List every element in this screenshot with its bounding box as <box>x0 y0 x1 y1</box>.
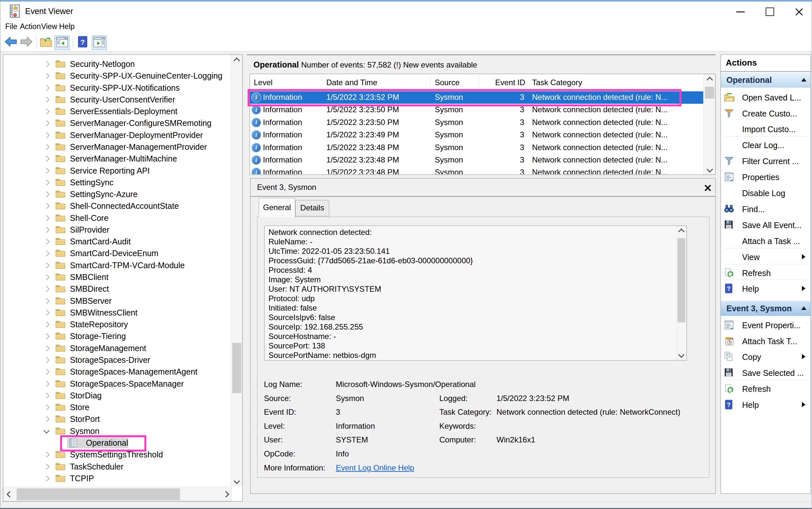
scroll-up-button[interactable] <box>704 74 716 86</box>
show-hide-action-pane-button[interactable] <box>92 36 107 50</box>
menu-file[interactable]: File <box>5 22 17 31</box>
tree-vertical-scrollbar[interactable] <box>230 55 242 486</box>
tree-item-smbdirect[interactable]: SMBDirect <box>3 283 230 295</box>
minimize-button[interactable] <box>727 3 753 21</box>
back-button[interactable] <box>4 36 18 49</box>
scrollbar-thumb[interactable] <box>17 488 180 500</box>
action-save-selected[interactable]: Save Selected ... <box>721 365 810 381</box>
column-header-task-category[interactable]: Task Category <box>532 74 582 91</box>
tree-item-silprovider[interactable]: SilProvider <box>3 224 230 236</box>
description-vertical-scrollbar[interactable] <box>676 226 687 360</box>
tree-item-shell-core[interactable]: Shell-Core <box>3 212 230 224</box>
tree-item-storagespaces-spacemanager[interactable]: StorageSpaces-SpaceManager <box>3 378 230 390</box>
event-row[interactable]: iInformation1/5/2022 3:23:48 PMSysmon3Ne… <box>250 166 703 174</box>
tree-item-storagespaces-driver[interactable]: StorageSpaces-Driver <box>3 354 230 366</box>
tree-item-servermanager-multimachine[interactable]: ServerManager-MultiMachine <box>3 153 230 165</box>
chevron-right-icon[interactable] <box>43 262 49 268</box>
maximize-button[interactable] <box>757 3 783 21</box>
column-separator[interactable] <box>430 76 431 89</box>
event-row[interactable]: iInformation1/5/2022 3:23:50 PMSysmon3Ne… <box>250 116 703 129</box>
action-copy[interactable]: Copy <box>721 349 810 365</box>
scrollbar-thumb[interactable] <box>705 87 714 99</box>
chevron-right-icon[interactable] <box>43 310 49 315</box>
scroll-left-button[interactable] <box>4 487 16 502</box>
chevron-right-icon[interactable] <box>43 286 49 292</box>
tree-item-tcpip[interactable]: TCPIP <box>3 473 230 484</box>
tree-horizontal-scrollbar[interactable] <box>3 487 232 501</box>
chevron-right-icon[interactable] <box>43 203 49 209</box>
tree-item-smbwitnessclient[interactable]: SMBWitnessClient <box>3 307 230 319</box>
scroll-down-button[interactable] <box>704 164 716 175</box>
tree-item-stordiag[interactable]: StorDiag <box>3 390 230 402</box>
chevron-right-icon[interactable] <box>43 416 49 422</box>
scroll-up-button[interactable] <box>677 226 686 237</box>
action-attach-task-t[interactable]: Attach Task T... <box>721 333 810 349</box>
chevron-right-icon[interactable] <box>43 168 49 174</box>
tree-item-storage-tiering[interactable]: Storage-Tiering <box>3 331 230 342</box>
chevron-right-icon[interactable] <box>43 452 49 458</box>
event-description-box[interactable]: Network connection detected:RuleName: -U… <box>264 226 687 361</box>
tree-item-settingsync-azure[interactable]: SettingSync-Azure <box>3 189 230 200</box>
chevron-right-icon[interactable] <box>43 227 49 233</box>
chevron-right-icon[interactable] <box>43 274 49 280</box>
chevron-right-icon[interactable] <box>43 334 49 339</box>
show-hide-console-tree-button[interactable] <box>55 36 69 50</box>
chevron-right-icon[interactable] <box>43 345 49 351</box>
chevron-right-icon[interactable] <box>43 475 49 481</box>
action-help[interactable]: ?Help <box>721 281 810 297</box>
scroll-up-button[interactable] <box>231 55 243 66</box>
action-attach-a-task[interactable]: Attach a Task ... <box>721 233 810 249</box>
action-help[interactable]: ?Help <box>721 397 810 413</box>
action-create-custo[interactable]: Create Custo... <box>721 105 810 122</box>
chevron-right-icon[interactable] <box>43 381 49 387</box>
tree-item-serveressentials-deployment[interactable]: ServerEssentials-Deployment <box>3 106 230 117</box>
chevron-right-icon[interactable] <box>43 132 49 138</box>
chevron-right-icon[interactable] <box>43 144 49 150</box>
tab-general[interactable]: General <box>259 198 295 217</box>
action-event-properti[interactable]: Event Properti... <box>721 317 810 333</box>
scrollbar-thumb[interactable] <box>678 238 685 323</box>
tree-item-systemsettingsthreshold[interactable]: SystemSettingsThreshold <box>3 449 230 461</box>
tree-item-taskscheduler[interactable]: TaskScheduler <box>3 461 230 473</box>
tree-item-security-spp-ux-notifications[interactable]: Security-SPP-UX-Notifications <box>3 82 230 94</box>
tree-item-smartcard-deviceenum[interactable]: SmartCard-DeviceEnum <box>3 248 230 260</box>
action-find[interactable]: Find... <box>721 201 810 217</box>
tree-item-sysmon[interactable]: Sysmon <box>3 426 230 437</box>
tree-item-smartcard-tpm-vcard-module[interactable]: SmartCard-TPM-VCard-Module <box>3 260 230 271</box>
action-disable-log[interactable]: Disable Log <box>721 185 810 201</box>
tree-item-servermanager-managementprovider[interactable]: ServerManager-ManagementProvider <box>3 141 230 153</box>
event-row[interactable]: iInformation1/5/2022 3:23:50 PMSysmon3Ne… <box>250 104 703 116</box>
action-filter-current[interactable]: Filter Current ... <box>721 153 810 169</box>
tree-item-servermanager-configuresmremoting[interactable]: ServerManager-ConfigureSMRemoting <box>3 117 230 129</box>
tree-item-security-spp-ux-genuinecenter-logging[interactable]: Security-SPP-UX-GenuineCenter-Logging <box>3 70 230 82</box>
table-vertical-scrollbar[interactable] <box>703 74 715 175</box>
action-import-custo[interactable]: Import Custo... <box>721 121 810 137</box>
chevron-right-icon[interactable] <box>43 369 49 375</box>
menu-help[interactable]: Help <box>59 22 74 31</box>
action-properties[interactable]: Properties <box>721 169 810 185</box>
chevron-right-icon[interactable] <box>43 73 49 79</box>
menu-action[interactable]: Action <box>20 22 41 31</box>
action-open-saved-l[interactable]: Open Saved L... <box>721 90 810 105</box>
chevron-right-icon[interactable] <box>43 239 49 244</box>
action-refresh[interactable]: Refresh <box>721 265 810 281</box>
title-bar[interactable]: Event Viewer <box>0 2 812 20</box>
column-separator[interactable] <box>527 76 527 89</box>
tree-item-settingsync[interactable]: SettingSync <box>3 177 230 189</box>
forward-button[interactable] <box>19 36 34 49</box>
tree-item-service-reporting-api[interactable]: Service Reporting API <box>3 165 230 177</box>
action-save-all-event[interactable]: Save All Event... <box>721 217 810 233</box>
event-row[interactable]: iInformation1/5/2022 3:23:49 PMSysmon3Ne… <box>250 129 703 141</box>
event-row[interactable]: iInformation1/5/2022 3:23:48 PMSysmon3Ne… <box>250 142 703 154</box>
scroll-down-button[interactable] <box>677 349 686 360</box>
chevron-right-icon[interactable] <box>43 61 49 67</box>
chevron-right-icon[interactable] <box>43 156 49 162</box>
tree-item-smbclient[interactable]: SMBClient <box>3 271 230 283</box>
action-view[interactable]: View <box>721 249 810 265</box>
selected-event-row[interactable]: iInformation1/5/2022 3:23:52 PMSysmon3Ne… <box>250 91 703 104</box>
event-log-online-help-link[interactable]: Event Log Online Help <box>336 463 414 472</box>
chevron-down-icon[interactable] <box>43 428 49 433</box>
export-button[interactable] <box>39 36 53 49</box>
chevron-right-icon[interactable] <box>43 357 49 363</box>
chevron-right-icon[interactable] <box>43 85 49 91</box>
